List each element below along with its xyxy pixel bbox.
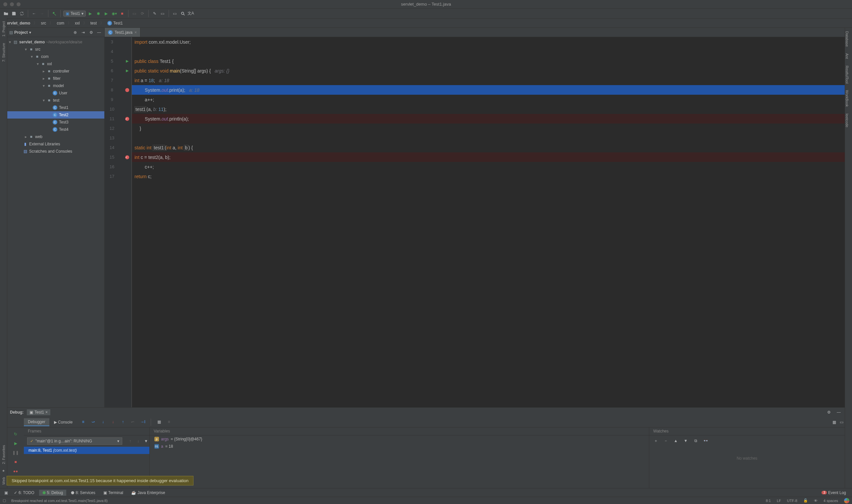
tree-node[interactable]: CTest4 [7, 126, 104, 133]
inspect-icon[interactable]: 👁 [814, 499, 818, 503]
add-watch-icon[interactable]: ＋ [653, 437, 659, 444]
rail-ant[interactable]: Ant [845, 50, 849, 62]
tree-node[interactable]: ▾■src [7, 46, 104, 53]
rail-workbook[interactable]: WorkBook [845, 87, 849, 110]
step-into-icon[interactable]: ↓ [100, 418, 106, 425]
readonly-icon[interactable]: 🔓 [803, 498, 808, 503]
tree-node[interactable]: CUser [7, 89, 104, 97]
tool-services[interactable]: ⬣8: Services [68, 490, 99, 496]
search-icon[interactable] [180, 10, 186, 17]
wand-icon[interactable]: ✎ [152, 10, 158, 17]
thread-selector[interactable]: ✓ "main"@1 in g…ain": RUNNING ▾ [27, 437, 122, 445]
tool-todo[interactable]: ✓6: TODO [11, 490, 38, 496]
tool-terminal[interactable]: ▣Terminal [100, 490, 126, 496]
rail-web[interactable]: Web [2, 474, 6, 488]
toggle-icon[interactable]: ▣ [3, 489, 9, 496]
tree-node[interactable]: ▤Scratches and Consoles [7, 148, 104, 155]
open-icon[interactable] [3, 10, 9, 17]
close-icon[interactable]: × [135, 30, 137, 35]
prev-frame-icon[interactable]: ↑ [127, 438, 134, 444]
notification-balloon[interactable]: Skipped breakpoint at com.xxl.test.Test1… [7, 476, 193, 485]
breakpoint-icon[interactable] [125, 88, 129, 92]
glasses-icon[interactable]: 👓 [702, 437, 709, 444]
gear-icon[interactable]: ⚙ [88, 29, 94, 36]
gear-icon[interactable]: ⚙ [826, 409, 832, 416]
save-icon[interactable] [11, 10, 17, 17]
locate-icon[interactable]: ⊕ [72, 29, 78, 36]
icon-gutter[interactable]: ▶▶ [123, 37, 132, 407]
hide-icon[interactable]: — [835, 409, 842, 416]
encoding[interactable]: UTF-8 [787, 499, 797, 503]
tree-node[interactable]: ▾■test [7, 97, 104, 104]
rail-star-icon[interactable]: ★ [2, 468, 5, 474]
rail-database[interactable]: Database [845, 28, 849, 50]
tree-node[interactable]: ▾■model [7, 82, 104, 89]
run-gutter-icon[interactable]: ▶ [126, 69, 128, 73]
coverage-icon[interactable]: ▶ [103, 10, 110, 17]
rail-restful[interactable]: RestfulTool [845, 62, 849, 87]
tree-node[interactable]: ▮External Libraries [7, 140, 104, 148]
window-controls[interactable] [3, 2, 20, 6]
hide-icon[interactable]: — [96, 29, 102, 36]
down-icon[interactable]: ▼ [682, 437, 689, 444]
rail-favorites[interactable]: 2: Favorites [2, 442, 6, 467]
indent-info[interactable]: 4 spaces [823, 499, 838, 503]
code-editor[interactable]: import com.xxl.model.User;public class T… [132, 37, 845, 407]
avd-icon[interactable]: ▭ [172, 10, 178, 17]
run-gutter-icon[interactable]: ▶ [126, 59, 128, 63]
variable-row[interactable]: 01a = 18 [150, 443, 649, 450]
stop-icon[interactable]: ■ [12, 458, 19, 465]
caret-position[interactable]: 8:1 [766, 499, 771, 503]
editor-tab[interactable]: C Test1.java × [105, 28, 140, 37]
tool-jee[interactable]: ☕Java Enterprise [128, 490, 168, 496]
tool-eventlog[interactable]: 3Event Log [818, 490, 849, 496]
threads-icon[interactable]: ≡ [80, 418, 87, 425]
tree-node[interactable]: ▾■xxl [7, 60, 104, 68]
tree-node[interactable]: CTest3 [7, 119, 104, 126]
remove-watch-icon[interactable]: － [662, 437, 669, 444]
tree-node[interactable]: ▸■web [7, 133, 104, 140]
hammer-icon[interactable] [51, 10, 58, 17]
structure-icon[interactable]: ▭ [159, 10, 166, 17]
breadcrumb-item[interactable]: com [55, 21, 66, 25]
tool-debug[interactable]: ⬢5: Debug [39, 490, 67, 496]
resume-icon[interactable]: ▶ [12, 440, 19, 447]
pause-icon[interactable]: ❚❚ [12, 449, 19, 456]
tree-node[interactable]: ▾■com [7, 53, 104, 60]
tree-node[interactable]: ▸■filter [7, 75, 104, 82]
tree-node[interactable]: CTest1 [7, 104, 104, 111]
breakpoints-icon[interactable]: ●● [12, 468, 19, 474]
tab-debugger[interactable]: Debugger [24, 418, 49, 426]
filter-icon[interactable]: ▼ [143, 438, 149, 444]
forward-icon[interactable]: → [39, 10, 46, 17]
tab-console[interactable]: ▶ Console [50, 418, 76, 426]
trace-icon[interactable]: ≡ [166, 418, 172, 425]
min-dot[interactable] [10, 2, 14, 6]
restore-icon[interactable]: ▭ [838, 419, 845, 426]
drop-frame-icon[interactable]: ⤺ [129, 418, 136, 425]
copy-icon[interactable]: ⧉ [692, 437, 699, 444]
dropdown-icon[interactable]: ▾ [29, 30, 31, 35]
step-out-icon[interactable]: ↑ [120, 418, 126, 425]
up-icon[interactable]: ▲ [672, 437, 679, 444]
breadcrumb-item[interactable]: C Test1 [105, 21, 125, 25]
attach-icon[interactable]: ▭ [131, 10, 138, 17]
force-step-icon[interactable]: ↓ [110, 418, 116, 425]
line-number-gutter[interactable]: 34567891011121314151617 [105, 37, 123, 407]
breadcrumb-item[interactable]: src [39, 21, 48, 25]
debug-icon[interactable] [95, 10, 102, 17]
run-config-selector[interactable]: ▣ Test1 ▾ [63, 11, 86, 17]
breakpoint-icon[interactable] [125, 155, 129, 159]
layout-icon[interactable]: ▦ [831, 419, 837, 426]
variable-row[interactable]: pargs = {String[0]@467} [150, 435, 649, 443]
tree-node[interactable]: CTest2 [7, 111, 104, 119]
line-separator[interactable]: LF [777, 499, 781, 503]
sync-icon[interactable] [19, 10, 25, 17]
step-over-icon[interactable]: ⤻ [90, 418, 96, 425]
stack-frame[interactable]: main:8, Test1 (com.xxl.test) [24, 447, 149, 454]
back-icon[interactable]: ← [31, 10, 37, 17]
breadcrumb-item[interactable]: xxl [73, 21, 82, 25]
update-icon[interactable]: ⟳ [139, 10, 146, 17]
rail-leetcode[interactable]: leetcode [845, 110, 849, 131]
breadcrumb-item[interactable]: test [88, 21, 99, 25]
